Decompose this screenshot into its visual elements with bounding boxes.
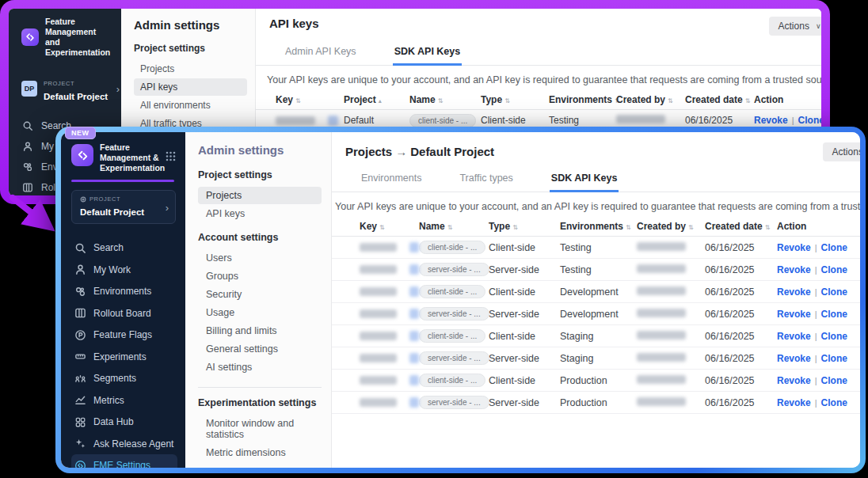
sidebar-item-search[interactable]: Search — [71, 237, 185, 259]
col-type[interactable]: Type⇅ — [489, 221, 560, 232]
tab-sdk-api-keys[interactable]: SDK API Keys — [393, 41, 463, 66]
clone-link[interactable]: Clone — [821, 353, 847, 364]
sidebar-item-label: Search — [93, 242, 124, 253]
cell-type: Client-side — [489, 375, 560, 386]
revoke-link[interactable]: Revoke — [777, 286, 811, 298]
col-created-by[interactable]: Created by⇅ — [637, 221, 705, 232]
action-separator: | — [815, 332, 817, 341]
clone-link[interactable]: Clone — [821, 331, 847, 342]
sidebar-item-label: Ask Release Agent — [93, 438, 173, 450]
sidebar-item-feature-flags[interactable]: Feature Flags — [71, 324, 185, 346]
admin-item-security[interactable]: Security — [198, 286, 322, 303]
admin-item-groups[interactable]: Groups — [198, 267, 322, 285]
admin-item-general-settings[interactable]: General settings — [198, 340, 322, 358]
admin-item-projects[interactable]: Projects — [198, 187, 322, 204]
admin-item-usage[interactable]: Usage — [198, 304, 322, 321]
copy-icon[interactable] — [409, 331, 419, 341]
tab-sdk-api-keys[interactable]: SDK API Keys — [550, 168, 619, 192]
copy-icon[interactable] — [409, 309, 419, 319]
col-type[interactable]: Type⇅ — [481, 94, 549, 105]
copy-icon[interactable] — [409, 264, 419, 275]
admin-item-ai-settings[interactable]: AI settings — [198, 358, 322, 376]
col-created-by[interactable]: Created by⇅ — [616, 94, 685, 105]
table-header: Key⇅ Name⇅ Type⇅ Environments⇅ Created b… — [332, 217, 860, 237]
sidebar-item-data-hub[interactable]: Data Hub — [71, 411, 185, 433]
col-created-date[interactable]: Created date⇅ — [705, 221, 777, 232]
admin-item-api-keys[interactable]: API keys — [198, 205, 322, 222]
sidebar-item-environments[interactable]: Environments — [71, 280, 185, 302]
old-tab-bar: Admin API Keys SDK API Keys — [256, 41, 821, 66]
admin-item-billing-and-limits[interactable]: Billing and limits — [198, 322, 322, 340]
redacted-created-by — [637, 397, 686, 406]
col-environments[interactable]: Environments⇅ — [560, 221, 637, 232]
cell-environment: Development — [560, 309, 637, 320]
clone-link[interactable]: Clone — [821, 309, 847, 320]
admin-item-all-environments[interactable]: All environments — [134, 97, 247, 114]
copy-icon[interactable] — [409, 397, 419, 408]
revoke-link[interactable]: Revoke — [777, 353, 811, 364]
redacted-created-by — [637, 264, 686, 273]
sort-icon: ⇅ — [295, 97, 301, 104]
sidebar-item-ask-release-agent[interactable]: Ask Release Agent — [71, 433, 185, 455]
clone-link[interactable]: Clone — [798, 115, 821, 126]
copy-icon[interactable] — [409, 353, 419, 363]
col-key[interactable]: Key⇅ — [276, 94, 344, 105]
copy-icon[interactable] — [409, 375, 419, 385]
col-name[interactable]: Name⇅ — [409, 94, 481, 105]
project-name: Default Project — [80, 207, 144, 217]
sidebar-item-my-work[interactable]: My Work — [71, 259, 185, 281]
admin-item-monitor-window[interactable]: Monitor window and statistics — [198, 415, 322, 443]
breadcrumb-projects[interactable]: Projects — [345, 145, 392, 158]
copy-icon[interactable] — [328, 116, 338, 126]
revoke-link[interactable]: Revoke — [777, 375, 811, 386]
table-row: client-side - ... Client-side Staging 06… — [332, 325, 860, 347]
col-name[interactable]: Name⇅ — [419, 221, 489, 232]
key-name-pill: server-side - ... — [419, 263, 489, 276]
col-key[interactable]: Key⇅ — [360, 221, 419, 232]
sidebar-item-metrics[interactable]: Metrics — [71, 389, 185, 412]
copy-icon[interactable] — [409, 242, 419, 252]
revoke-link[interactable]: Revoke — [777, 309, 811, 320]
segments-icon — [74, 372, 86, 385]
revoke-link[interactable]: Revoke — [777, 264, 811, 275]
col-created-date[interactable]: Created date⇅ — [685, 94, 754, 105]
sidebar-item-fme-settings[interactable]: FME Settings — [71, 454, 177, 468]
screenshot-canvas: Feature Management and Experimentation D… — [0, 0, 868, 478]
section-divider — [198, 387, 322, 388]
admin-item-api-keys[interactable]: API keys — [134, 78, 247, 96]
clone-link[interactable]: Clone — [821, 375, 847, 386]
project-selector[interactable]: PROJECT Default Project › — [71, 190, 176, 224]
actions-button[interactable]: Actions ∨ — [769, 17, 821, 36]
cell-type: Client-side — [481, 115, 549, 126]
col-project[interactable]: Project▴ — [344, 94, 409, 105]
sidebar-item-segments[interactable]: Segments — [71, 367, 185, 389]
admin-item-projects[interactable]: Projects — [134, 60, 247, 78]
sidebar-item-experiments[interactable]: Experiments — [71, 346, 185, 368]
revoke-link[interactable]: Revoke — [777, 331, 811, 342]
tab-admin-api-keys[interactable]: Admin API Keys — [284, 41, 358, 65]
admin-item-metric-dimensions[interactable]: Metric dimensions — [198, 444, 322, 461]
app-logo-icon — [71, 144, 93, 166]
tab-traffic-types[interactable]: Traffic types — [458, 168, 514, 192]
tab-environments[interactable]: Environments — [360, 168, 423, 192]
clone-link[interactable]: Clone — [821, 397, 847, 408]
cell-created-date: 06/16/2025 — [705, 375, 777, 386]
sort-icon: ⇅ — [504, 97, 510, 104]
cell-type: Server-side — [489, 397, 560, 408]
col-environments[interactable]: Environments⇅ — [549, 94, 616, 105]
revoke-link[interactable]: Revoke — [777, 242, 811, 253]
sidebar-item-rollout-board[interactable]: Rollout Board — [71, 302, 185, 324]
project-avatar: DP — [21, 81, 37, 97]
clone-link[interactable]: Clone — [821, 286, 847, 298]
revoke-link[interactable]: Revoke — [754, 115, 788, 126]
redacted-created-by — [637, 309, 686, 317]
actions-button[interactable]: Actions ∨ — [823, 142, 860, 161]
revoke-link[interactable]: Revoke — [777, 397, 811, 408]
clone-link[interactable]: Clone — [821, 242, 847, 253]
project-selector[interactable]: DP PROJECT Default Project › — [21, 74, 121, 103]
key-name-pill: client-side - ... — [419, 241, 485, 254]
clone-link[interactable]: Clone — [821, 264, 847, 275]
copy-icon[interactable] — [409, 286, 419, 297]
admin-item-users[interactable]: Users — [198, 249, 322, 267]
app-launcher-icon[interactable] — [166, 150, 176, 165]
